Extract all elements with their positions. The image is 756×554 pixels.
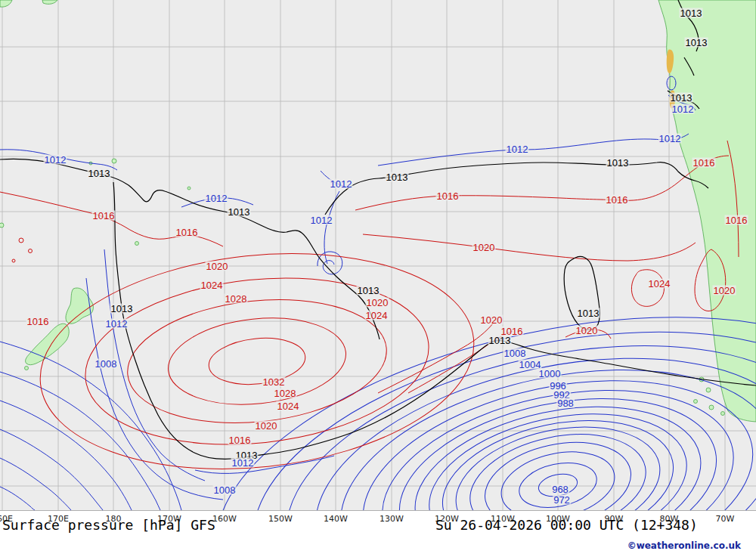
contour-label-1013: 1013 (685, 38, 708, 48)
contour-label-1024: 1024 (277, 401, 300, 411)
model-label: GFS (191, 517, 215, 533)
contour-label-1016: 1016 (92, 211, 116, 221)
contour-label-1032: 1032 (262, 377, 286, 387)
map-svg (0, 0, 756, 510)
isobar-1013-closed (564, 256, 600, 330)
isobar-1013-path (325, 162, 708, 215)
island (112, 159, 116, 163)
isobar-small-closed (12, 259, 15, 262)
pressure-map: 1013101310131013101310131013101310131013… (0, 0, 756, 510)
contour-label-972: 972 (553, 495, 571, 505)
contour-label-1012: 1012 (330, 179, 353, 189)
longitude-tick: 140W (324, 514, 348, 524)
contour-label-1020: 1020 (255, 421, 278, 431)
island (721, 412, 725, 416)
contour-label-1013: 1013 (670, 93, 693, 103)
parameter-label: Surface pressure (2, 517, 133, 533)
contour-label-968: 968 (551, 484, 569, 494)
contour-label-1012: 1012 (205, 193, 228, 203)
island (709, 405, 714, 410)
isobar-1020-path (378, 323, 493, 393)
isobar-1013-path (0, 159, 380, 339)
island (0, 223, 4, 227)
copyright-link[interactable]: ©weatheronline.co.uk (627, 540, 741, 551)
island (42, 0, 57, 4)
contour-label-1000: 1000 (538, 369, 562, 379)
island (25, 367, 29, 370)
contour-label-1012: 1012 (658, 134, 682, 144)
isobar-1016-path (355, 156, 729, 210)
contour-label-1012: 1012 (44, 155, 67, 165)
parameter-title: Surface pressure [hPa] GFS (2, 517, 215, 533)
contour-label-1016: 1016 (26, 317, 50, 327)
units-label: [hPa] (141, 517, 182, 533)
island (135, 242, 139, 246)
isobar-path (0, 487, 35, 510)
contour-label-1013: 1013 (357, 286, 380, 296)
contour-label-1013: 1013 (577, 308, 600, 318)
contour-label-1013: 1013 (110, 304, 134, 314)
longitude-tick: 130W (380, 514, 404, 524)
contour-label-1020: 1020 (366, 298, 389, 308)
contour-label-1013: 1013 (228, 207, 251, 217)
contour-label-1024: 1024 (200, 280, 224, 290)
contour-label-1028: 1028 (274, 388, 297, 398)
contour-label-1020: 1020 (575, 326, 599, 336)
contour-label-1012: 1012 (506, 144, 529, 154)
contour-label-1008: 1008 (94, 359, 118, 369)
isobar-1020-path (363, 234, 696, 261)
contour-label-1008: 1008 (503, 348, 527, 358)
contour-label-1020: 1020 (713, 286, 736, 296)
contour-label-1012: 1012 (231, 458, 255, 468)
contour-label-1016: 1016 (175, 227, 199, 237)
isobar-small-closed (19, 238, 23, 243)
contour-label-1012: 1012 (105, 319, 129, 329)
island (694, 400, 698, 404)
contour-label-1020: 1020 (480, 315, 503, 325)
island (187, 187, 191, 190)
island (706, 388, 711, 392)
contour-label-1024: 1024 (365, 311, 389, 320)
island (0, 0, 12, 7)
isobar-1008-path (86, 278, 223, 500)
surface-pressure-chart: 1013101310131013101310131013101310131013… (0, 0, 756, 554)
isobar-small-closed (29, 249, 33, 253)
longitude-tick: 70W (716, 514, 735, 524)
contour-label-1013: 1013 (386, 172, 409, 182)
contour-label-1020: 1020 (206, 262, 229, 271)
contour-label-1016: 1016 (228, 435, 252, 445)
isobar-1012-path (104, 249, 205, 481)
contour-label-1008: 1008 (213, 485, 237, 495)
longitude-tick: 150W (268, 514, 293, 524)
contour-label-1016: 1016 (692, 158, 716, 168)
contour-label-988: 988 (556, 398, 575, 408)
valid-time: Su 26-04-2026 00:00 UTC (12+348) (435, 517, 698, 533)
isobar-1013-path (113, 182, 756, 459)
contour-label-1016: 1016 (606, 195, 629, 205)
contour-label-1012: 1012 (671, 104, 695, 114)
contour-label-1013: 1013 (680, 8, 703, 18)
contour-label-1024: 1024 (648, 279, 671, 289)
contour-label-1012: 1012 (310, 215, 333, 225)
longitude-tick: 160W (212, 514, 237, 524)
contour-label-1020: 1020 (472, 243, 496, 252)
contour-label-1016: 1016 (725, 215, 748, 225)
contour-label-1016: 1016 (436, 191, 460, 201)
isobar-1012-path (378, 134, 689, 166)
contour-label-1028: 1028 (225, 294, 248, 304)
isobar-1012-path (324, 191, 339, 264)
contour-label-1013: 1013 (88, 169, 111, 178)
contour-label-1013: 1013 (606, 158, 630, 168)
footer-bar: 160E170E180170W160W150W140W130W120W110W1… (0, 510, 756, 554)
isobar-path (0, 458, 71, 510)
contour-label-1016: 1016 (500, 327, 524, 336)
